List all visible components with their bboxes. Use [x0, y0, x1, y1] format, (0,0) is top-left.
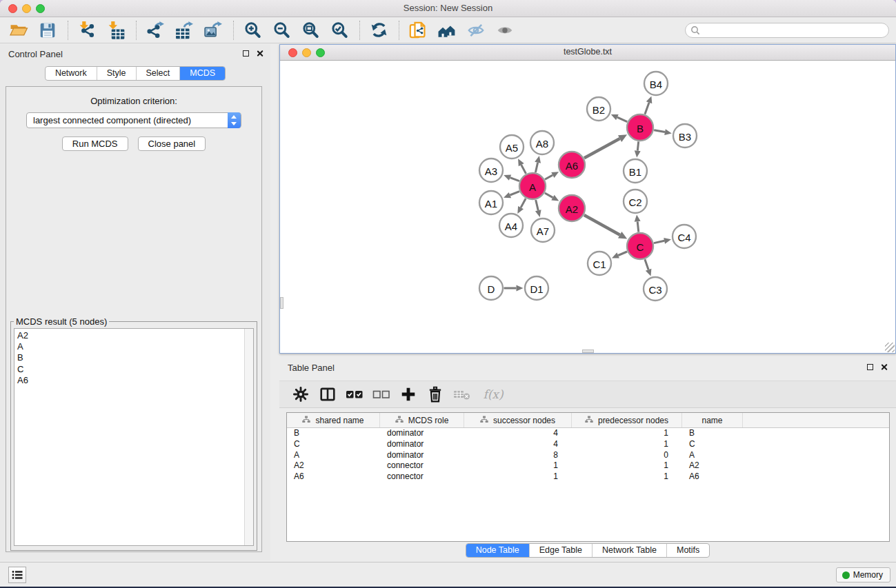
graph-node-C2[interactable]: C2: [624, 190, 647, 213]
graph-node-A8[interactable]: A8: [530, 131, 554, 154]
graph-edge-A-A5[interactable]: [518, 159, 526, 174]
graph-edge-C-C1[interactable]: [612, 252, 627, 258]
table-cell[interactable]: A: [287, 450, 380, 461]
table-cell[interactable]: connector: [380, 460, 464, 472]
column-header-name[interactable]: name: [682, 413, 743, 427]
table-row[interactable]: Cdominator41C: [287, 439, 889, 450]
table-cell[interactable]: A2: [287, 460, 380, 472]
graph-edge-B-B2[interactable]: [611, 114, 628, 122]
table-cell[interactable]: 4: [464, 428, 572, 439]
graph-edge-A-A6[interactable]: [545, 172, 559, 179]
graph-edge-B-B1[interactable]: [635, 141, 641, 157]
graph-edge-A-A8[interactable]: [535, 156, 541, 172]
run-mcds-button[interactable]: Run MCDS: [62, 136, 128, 151]
graph-node-B[interactable]: B: [627, 114, 653, 141]
graph-node-C[interactable]: C: [627, 233, 653, 259]
float-panel-icon[interactable]: [243, 50, 249, 57]
table-cell[interactable]: connector: [380, 472, 464, 483]
table-row[interactable]: Adominator80A: [287, 450, 889, 461]
network-window-titlebar[interactable]: testGlobe.txt: [280, 45, 895, 61]
table-cell[interactable]: 8: [464, 450, 572, 461]
table-cell[interactable]: 1: [464, 472, 572, 483]
zoom-fit-icon[interactable]: [299, 19, 322, 41]
pane-splitter-horizontal[interactable]: [582, 349, 594, 353]
table-row[interactable]: A6connector11A6: [287, 472, 889, 483]
graph-node-A2[interactable]: A2: [559, 195, 585, 221]
show-panels-icon[interactable]: [493, 19, 517, 41]
column-header-MCDS-role[interactable]: MCDS role: [380, 413, 464, 427]
tab-network-table[interactable]: Network Table: [592, 544, 666, 557]
graph-node-C4[interactable]: C4: [673, 225, 696, 248]
graph-node-A1[interactable]: A1: [479, 191, 503, 214]
tab-network[interactable]: Network: [46, 67, 97, 80]
table-cell[interactable]: C: [287, 439, 380, 450]
graph-node-B4[interactable]: B4: [644, 72, 668, 95]
tab-edge-table[interactable]: Edge Table: [529, 544, 592, 557]
import-table-icon[interactable]: [104, 19, 128, 41]
task-history-button[interactable]: [8, 567, 26, 583]
tab-select[interactable]: Select: [136, 67, 180, 80]
split-columns-icon[interactable]: [319, 385, 337, 403]
graph-edge-C-C4[interactable]: [654, 238, 671, 244]
refresh-network-icon[interactable]: [367, 19, 390, 41]
zoom-selected-icon[interactable]: [328, 19, 351, 41]
table-cell[interactable]: B: [682, 428, 743, 439]
graph-node-C1[interactable]: C1: [588, 252, 611, 275]
graph-node-A5[interactable]: A5: [500, 135, 524, 159]
graph-node-A4[interactable]: A4: [499, 214, 523, 237]
graph-node-D1[interactable]: D1: [525, 276, 548, 300]
graph-node-B3[interactable]: B3: [673, 124, 697, 148]
open-file-icon[interactable]: [7, 19, 30, 41]
select-all-icon[interactable]: [346, 385, 364, 403]
add-column-icon[interactable]: [399, 385, 417, 403]
graph-node-C3[interactable]: C3: [644, 277, 667, 301]
graph-edge-A-A4[interactable]: [517, 199, 526, 214]
column-header-shared-name[interactable]: shared name: [287, 413, 380, 427]
pane-splitter-vertical[interactable]: [280, 297, 283, 309]
graph-edge-A6-B[interactable]: [584, 134, 627, 158]
graph-node-B2[interactable]: B2: [587, 97, 610, 121]
graph-node-A[interactable]: A: [519, 173, 546, 199]
table-cell[interactable]: 0: [572, 450, 682, 461]
graph-node-B1[interactable]: B1: [624, 159, 647, 183]
search-input[interactable]: [685, 23, 889, 38]
graph-node-A7[interactable]: A7: [531, 219, 555, 242]
table-cell[interactable]: C: [682, 439, 743, 450]
zoom-out-icon[interactable]: [270, 19, 293, 41]
graph-node-D[interactable]: D: [479, 276, 503, 300]
tab-style[interactable]: Style: [97, 67, 136, 80]
graph-edge-A-A3[interactable]: [504, 174, 519, 181]
optimization-criterion-dropdown[interactable]: largest connected component (directed): [26, 112, 241, 128]
network-canvas[interactable]: B4B2BB3B1A8A5A6A3AA1A2A4A7C2CC4C1C3DD1: [280, 61, 895, 353]
export-image-icon[interactable]: [201, 19, 225, 41]
mcds-result-item[interactable]: B: [14, 352, 253, 363]
graph-edge-A-A7[interactable]: [535, 200, 541, 217]
table-cell[interactable]: 4: [464, 439, 572, 450]
column-header-successor-nodes[interactable]: successor nodes: [464, 413, 572, 427]
table-cell[interactable]: 1: [572, 460, 682, 472]
table-cell[interactable]: dominator: [380, 450, 464, 461]
resize-grip-icon[interactable]: [885, 343, 895, 352]
tab-node-table[interactable]: Node Table: [466, 544, 529, 557]
node-table[interactable]: shared nameMCDS rolesuccessor nodesprede…: [286, 412, 890, 542]
deselect-all-icon[interactable]: [372, 385, 390, 403]
table-cell[interactable]: A2: [682, 460, 743, 472]
graph-edge-A-A1[interactable]: [504, 192, 519, 199]
table-float-icon[interactable]: [867, 364, 873, 370]
table-close-icon[interactable]: [880, 363, 888, 371]
table-cell[interactable]: A6: [682, 472, 743, 483]
graph-node-A6[interactable]: A6: [559, 152, 585, 178]
table-cell[interactable]: A6: [287, 472, 380, 483]
graph-edge-A-A2[interactable]: [545, 193, 559, 201]
table-cell[interactable]: 1: [572, 439, 682, 450]
import-network-icon[interactable]: [75, 19, 99, 41]
graph-node-A3[interactable]: A3: [479, 159, 503, 182]
table-cell[interactable]: 1: [572, 428, 682, 439]
delete-column-icon[interactable]: [426, 385, 444, 403]
column-header-predecessor-nodes[interactable]: predecessor nodes: [572, 413, 682, 427]
graph-edge-D-D1[interactable]: [504, 285, 524, 292]
zoom-in-icon[interactable]: [241, 19, 264, 41]
mcds-result-item[interactable]: A: [14, 341, 253, 352]
table-cell[interactable]: B: [287, 428, 380, 439]
settings-gear-icon[interactable]: [292, 385, 310, 403]
